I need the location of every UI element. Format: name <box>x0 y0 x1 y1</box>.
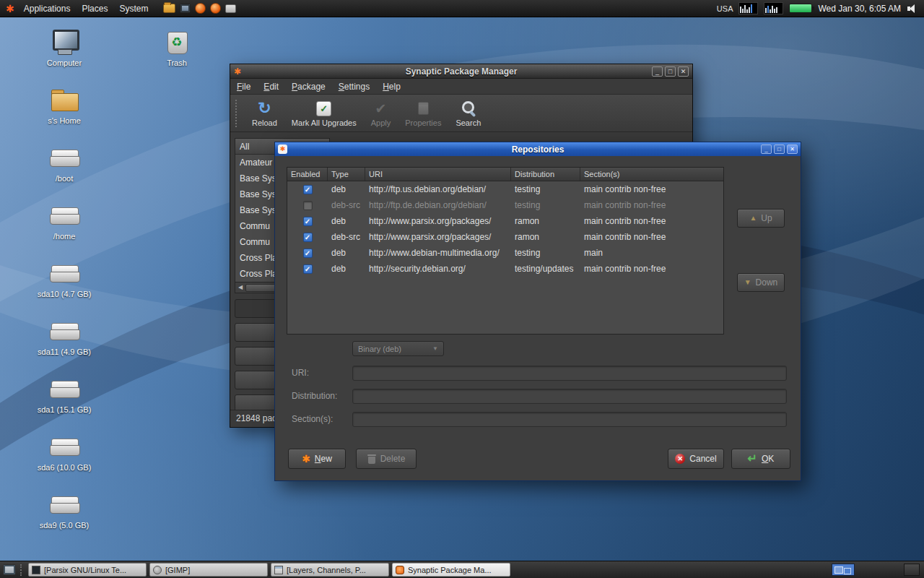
taskbar-task[interactable]: [GIMP] <box>149 563 268 577</box>
enabled-checkbox[interactable]: ✓ <box>303 233 313 242</box>
desktop-icon[interactable]: sda9 (5.0 GB) <box>13 484 116 542</box>
type-cell: deb-src <box>328 200 365 210</box>
repository-row[interactable]: ✓debhttp://www.debian-multimedia.org/tes… <box>287 245 723 261</box>
desktop-icon[interactable]: /boot <box>13 137 116 195</box>
menu-system[interactable]: System <box>113 0 154 17</box>
enabled-checkbox[interactable]: ✓ <box>303 185 313 194</box>
taskbar-task[interactable]: Synaptic Package Ma... <box>392 563 510 577</box>
column-header-type[interactable]: Type <box>328 168 365 181</box>
synaptic-toolbar: ReloadMark All UpgradesApplyPropertiesSe… <box>230 95 692 132</box>
column-header-enabled[interactable]: Enabled <box>287 168 328 181</box>
synaptic-icon <box>396 566 404 574</box>
delete-icon <box>367 454 376 464</box>
maximize-button[interactable]: □ <box>774 144 785 154</box>
enabled-checkbox[interactable]: ✓ <box>303 249 313 258</box>
layers-icon <box>274 566 283 574</box>
keyboard-layout-indicator[interactable]: USA <box>717 4 733 13</box>
delete-button-label: Delete <box>380 454 406 464</box>
toolbar-mark-all-upgrades[interactable]: Mark All Upgrades <box>284 98 364 129</box>
column-header-section-s[interactable]: Section(s) <box>580 168 723 181</box>
menu-edit[interactable]: Edit <box>257 79 285 95</box>
dialog-title: Repositories <box>275 144 801 155</box>
repositories-dialog: ✱ Repositories _ □ ✕ EnabledTypeURIDistr… <box>274 142 801 481</box>
column-header-distribution[interactable]: Distribution <box>511 168 580 181</box>
desktop-icon[interactable]: /home <box>13 195 116 253</box>
menu-settings[interactable]: Settings <box>332 79 376 95</box>
desktop-icon[interactable]: sda10 (4.7 GB) <box>13 253 116 311</box>
close-button[interactable]: ✕ <box>678 66 689 77</box>
desktop-icon[interactable]: sda1 (15.1 GB) <box>13 368 116 426</box>
repository-row[interactable]: ✓debhttp://ftp.us.debian.org/debian/test… <box>287 181 723 197</box>
panel-applet-box[interactable] <box>904 564 920 576</box>
column-header-uri[interactable]: URI <box>365 168 511 181</box>
toolbar-label: Properties <box>405 118 441 127</box>
enabled-checkbox[interactable] <box>303 201 313 210</box>
volume-icon[interactable] <box>907 3 918 14</box>
toolbar-label: Mark All Upgrades <box>292 118 357 127</box>
new-button[interactable]: ✱ New <box>288 449 346 469</box>
synaptic-window-icon: ✱ <box>234 67 241 76</box>
chevron-down-icon: ▼ <box>432 345 438 352</box>
type-cell: deb-src <box>328 232 365 242</box>
close-button[interactable]: ✕ <box>787 144 798 154</box>
drive-icon <box>48 319 80 342</box>
distribution-input <box>352 389 787 404</box>
scroll-left-icon[interactable]: ◀ <box>235 282 245 293</box>
enabled-checkbox[interactable]: ✓ <box>303 264 313 274</box>
distribution-cell: testing <box>511 184 580 194</box>
menu-file[interactable]: File <box>230 79 257 95</box>
drive-icon <box>48 435 80 458</box>
desktop-icon[interactable]: sda6 (10.0 GB) <box>13 426 116 484</box>
desktop-icon[interactable]: sda11 (4.9 GB) <box>13 311 116 368</box>
minimize-button[interactable]: _ <box>652 66 663 77</box>
repository-row[interactable]: ✓debhttp://security.debian.org/testing/u… <box>287 261 723 277</box>
menu-package[interactable]: Package <box>285 79 332 95</box>
repository-row[interactable]: deb-srchttp://ftp.de.debian.org/debian/t… <box>287 197 723 213</box>
dialog-titlebar[interactable]: ✱ Repositories _ □ ✕ <box>275 142 801 156</box>
sections-input <box>352 412 787 427</box>
toolbar-search[interactable]: Search <box>448 98 488 129</box>
taskbar-task[interactable]: [Parsix GNU/Linux Te... <box>28 563 147 577</box>
display-icon[interactable] <box>180 4 191 13</box>
parsix-icon[interactable] <box>210 3 221 14</box>
workspace-switcher[interactable] <box>832 564 855 576</box>
dialog-body: EnabledTypeURIDistributionSection(s) ✓de… <box>275 156 801 482</box>
enabled-checkbox[interactable]: ✓ <box>303 217 313 226</box>
menu-help[interactable]: Help <box>376 79 407 95</box>
system-monitor-applet[interactable] <box>764 2 783 14</box>
ok-button[interactable]: ↵ OK <box>731 449 790 469</box>
folder-icon[interactable] <box>163 4 175 13</box>
trash-desktop-icon[interactable]: Trash <box>147 22 207 79</box>
desktop-icon-label: /boot <box>56 174 73 184</box>
ok-button-label: OK <box>762 454 774 464</box>
toolbar-properties: Properties <box>398 98 448 129</box>
mark-upgrades-icon <box>316 101 331 116</box>
desktop-icon[interactable]: Computer <box>13 22 116 79</box>
minimize-button[interactable]: _ <box>761 144 772 154</box>
menu-places[interactable]: Places <box>76 0 113 17</box>
maximize-button[interactable]: □ <box>665 66 676 77</box>
gimp-icon <box>153 566 162 574</box>
taskbar-task[interactable]: [Layers, Channels, P... <box>271 563 389 577</box>
repository-row[interactable]: ✓deb-srchttp://www.parsix.org/packages/r… <box>287 229 723 245</box>
applet-grip[interactable] <box>20 564 24 576</box>
synaptic-titlebar[interactable]: ✱ Synaptic Package Manager _ □ ✕ <box>230 64 692 79</box>
toolbar-reload[interactable]: Reload <box>245 98 284 129</box>
desktop-icon[interactable]: s's Home <box>13 79 116 137</box>
system-monitor-applet[interactable] <box>738 2 758 14</box>
repository-row[interactable]: ✓debhttp://www.parsix.org/packages/ramon… <box>287 213 723 229</box>
clock[interactable]: Wed Jan 30, 6:05 AM <box>818 4 901 14</box>
show-desktop-icon[interactable] <box>3 564 16 575</box>
cancel-button[interactable]: ✕ Cancel <box>668 449 724 469</box>
battery-indicator[interactable] <box>789 4 812 13</box>
reload-icon <box>258 100 271 116</box>
status-text: 21848 pac <box>236 413 276 423</box>
parsix-icon[interactable] <box>195 3 206 14</box>
toolbar-grip[interactable] <box>235 100 240 127</box>
toolbar-label: Search <box>456 118 481 127</box>
menu-applications[interactable]: Applications <box>18 0 77 17</box>
parsix-logo-icon[interactable]: ✱ <box>6 0 14 17</box>
files-icon[interactable] <box>225 4 236 13</box>
drive-icon <box>48 204 80 227</box>
window-list: [Parsix GNU/Linux Te...[GIMP][Layers, Ch… <box>28 563 510 577</box>
